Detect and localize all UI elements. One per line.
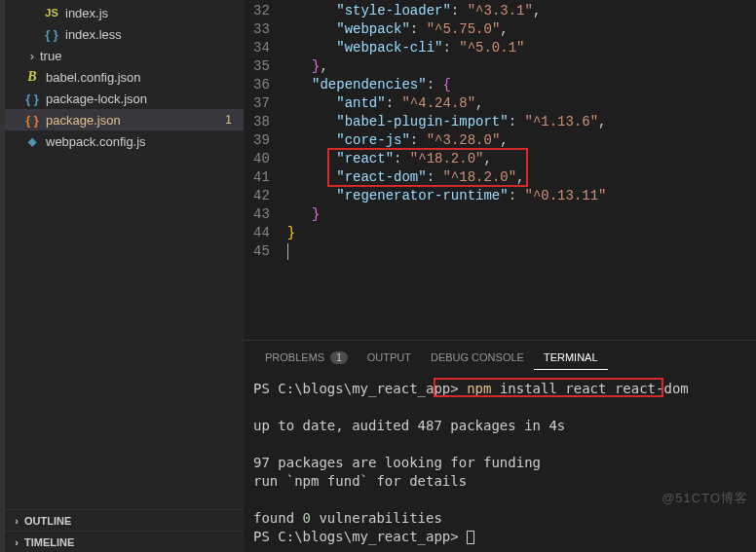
tree-row[interactable]: Bbabel.config.json — [5, 66, 244, 88]
js-icon: JS — [44, 5, 59, 20]
code-content[interactable]: "style-loader": "^3.3.1", "webpack": "^5… — [287, 0, 756, 340]
timeline-section[interactable]: › TIMELINE — [5, 531, 244, 552]
watermark: @51CTO博客 — [662, 489, 748, 507]
chevron-right-icon: › — [9, 515, 24, 527]
file-label: package.json — [46, 113, 225, 128]
file-label: index.less — [65, 27, 244, 42]
git-badge: 1 — [225, 113, 232, 127]
file-label: true — [40, 49, 244, 63]
panel-tabs: PROBLEMS 1 OUTPUT DEBUG CONSOLE TERMINAL — [244, 341, 756, 374]
babel-icon: B — [24, 69, 40, 85]
sidebar: JSindex.js{ }index.less›trueBbabel.confi… — [5, 0, 244, 552]
explorer-tree: JSindex.js{ }index.less›trueBbabel.confi… — [5, 0, 244, 509]
json-icon: { } — [44, 26, 59, 42]
tree-row[interactable]: { }package-lock.json — [5, 88, 244, 109]
terminal-prompt: PS C:\blogs\my_react_app> — [253, 529, 467, 544]
tab-problems[interactable]: PROBLEMS 1 — [255, 346, 358, 370]
terminal-content[interactable]: PS C:\blogs\my_react_app> npm install re… — [244, 374, 756, 552]
bottom-panel: PROBLEMS 1 OUTPUT DEBUG CONSOLE TERMINAL… — [244, 340, 756, 552]
terminal-line: 97 packages are looking for funding — [253, 454, 746, 472]
tab-debug[interactable]: DEBUG CONSOLE — [421, 346, 534, 369]
tab-terminal[interactable]: TERMINAL — [534, 346, 608, 370]
file-label: package-lock.json — [46, 92, 244, 106]
terminal-cursor — [467, 531, 474, 544]
file-label: babel.config.json — [46, 70, 244, 85]
problems-count-badge: 1 — [330, 351, 348, 364]
outline-section[interactable]: › OUTLINE — [5, 509, 244, 531]
tab-problems-label: PROBLEMS — [265, 351, 324, 363]
chevron-right-icon: › — [24, 49, 40, 63]
file-label: index.js — [65, 6, 244, 20]
main-area: 3233343536373839404142434445 "style-load… — [244, 0, 756, 552]
file-label: webpack.config.js — [46, 134, 244, 149]
terminal-cmd-npm: npm — [467, 381, 491, 396]
tree-row[interactable]: { }index.less — [5, 23, 244, 45]
terminal-line: up to date, audited 487 packages in 4s — [253, 417, 746, 435]
tab-terminal-label: TERMINAL — [544, 351, 598, 363]
tree-row[interactable]: JSindex.js — [5, 2, 244, 23]
timeline-label: TIMELINE — [24, 536, 74, 548]
tree-row[interactable]: ›true — [5, 45, 244, 66]
tab-output-label: OUTPUT — [367, 351, 411, 363]
terminal-line: found 0 vulnerabilities — [253, 509, 746, 528]
terminal-cmd-args: install react react-dom — [491, 381, 688, 396]
tab-output[interactable]: OUTPUT — [358, 346, 421, 369]
tab-debug-label: DEBUG CONSOLE — [431, 351, 524, 363]
tree-row[interactable]: { }package.json1 — [5, 109, 244, 130]
json-icon: { } — [24, 91, 40, 106]
outline-label: OUTLINE — [24, 515, 71, 527]
terminal-prompt: PS C:\blogs\my_react_app> — [253, 381, 467, 396]
line-gutter: 3233343536373839404142434445 — [244, 0, 287, 340]
tree-row[interactable]: ◈webpack.config.js — [5, 130, 244, 152]
webpack-icon: ◈ — [24, 133, 40, 149]
chevron-right-icon: › — [9, 536, 24, 548]
editor[interactable]: 3233343536373839404142434445 "style-load… — [244, 0, 756, 340]
json-icon: { } — [24, 112, 40, 128]
terminal-line — [253, 435, 746, 454]
terminal-line — [253, 398, 746, 417]
